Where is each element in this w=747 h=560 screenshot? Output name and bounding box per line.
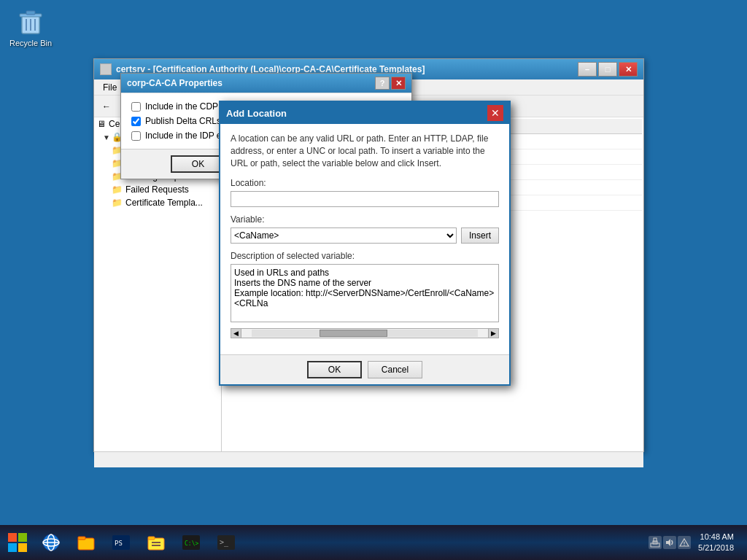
taskbar-terminal[interactable]: >_ (210, 529, 242, 556)
addloc-location-input[interactable] (231, 191, 499, 207)
svg-rect-8 (8, 543, 17, 552)
addloc-cancel-button[interactable]: Cancel (368, 361, 422, 378)
taskbar-cmd[interactable]: C:\> (175, 529, 207, 556)
status-bar (94, 451, 643, 467)
addloc-desc-box: Used in URLs and paths Inserts the DNS n… (231, 264, 499, 322)
taskbar-tray: 10:48 AM 5/21/2018 (643, 532, 744, 554)
svg-rect-20 (152, 542, 160, 543)
addloc-close-button[interactable]: ✕ (487, 105, 503, 121)
svg-point-32 (684, 545, 684, 545)
powershell-icon: PS (111, 532, 131, 553)
checkbox-idp[interactable] (131, 131, 141, 141)
svg-rect-15 (78, 537, 85, 540)
root-icon: 🖥 (97, 119, 106, 129)
addloc-footer: OK Cancel (220, 354, 509, 384)
sidebar-item-templates[interactable]: 📁 Certificate Templa... (94, 196, 221, 209)
properties-titlebar: corp-CA-CA Properties ? ✕ (121, 74, 411, 93)
recycle-bin-label: Recycle Bin (9, 39, 52, 47)
volume-svg (665, 537, 675, 548)
addloc-variable-row: <CaName> <ServerDNSName> <CertEnroll> <C… (231, 228, 499, 244)
tray-icons (649, 536, 691, 549)
expand-icon-corp: ▼ (103, 133, 110, 141)
addloc-variable-label: Variable: (231, 214, 499, 225)
tray-volume-icon[interactable] (663, 536, 676, 549)
properties-close-button[interactable]: ✕ (391, 77, 406, 90)
scroll-track (252, 330, 478, 337)
sidebar-item-failed[interactable]: 📁 Failed Requests (94, 183, 221, 196)
certsrv-window-icon (100, 63, 112, 75)
svg-rect-9 (18, 543, 27, 552)
svg-rect-7 (18, 533, 27, 542)
minimize-button[interactable]: – (578, 62, 597, 77)
addloc-variable-select[interactable]: <CaName> <ServerDNSName> <CertEnroll> <C… (231, 228, 457, 244)
taskbar-explorer[interactable] (70, 529, 102, 556)
addloc-scrollbar[interactable]: ◀ ▶ (231, 328, 499, 338)
recycle-bin-icon[interactable]: Recycle Bin (7, 6, 54, 48)
addloc-desc-line-3: Example location: http://<ServerDNSName>… (234, 288, 495, 308)
properties-title: corp-CA-CA Properties (127, 78, 375, 88)
menu-file[interactable]: File (97, 81, 123, 94)
scroll-left-btn[interactable]: ◀ (231, 329, 241, 338)
windows-logo (7, 532, 28, 553)
svg-text:C:\>: C:\> (185, 540, 198, 547)
addloc-desc-var-label: Description of selected variable: (231, 251, 499, 261)
network-svg (650, 537, 660, 548)
maximize-button[interactable]: □ (598, 62, 617, 77)
scroll-thumb[interactable] (320, 330, 387, 337)
clock-time: 10:48 AM (698, 532, 734, 542)
svg-rect-2 (26, 11, 35, 15)
clock-date: 5/21/2018 (698, 542, 734, 553)
addloc-location-label: Location: (231, 178, 499, 188)
addloc-insert-button[interactable]: Insert (461, 228, 499, 244)
properties-help-button[interactable]: ? (375, 77, 390, 90)
explorer-icon (76, 532, 96, 553)
svg-text:>_: >_ (220, 538, 229, 547)
failed-icon: 📁 (112, 184, 123, 195)
addloc-desc-line-1: Used in URLs and paths (234, 268, 495, 278)
window-controls: – □ ✕ (578, 62, 638, 77)
clock-area[interactable]: 10:48 AM 5/21/2018 (694, 532, 738, 554)
templates-icon: 📁 (112, 198, 123, 208)
svg-rect-19 (148, 537, 155, 540)
addloc-titlebar: Add Location ✕ (220, 102, 509, 124)
taskbar-ie[interactable] (35, 529, 67, 556)
cmd-icon: C:\> (181, 532, 201, 553)
taskbar: PS C:\> >_ (0, 525, 747, 560)
checkbox-cdp[interactable] (131, 102, 141, 112)
desktop: Recycle Bin certsrv - [Certification Aut… (0, 0, 747, 525)
tray-alert-icon[interactable] (678, 536, 691, 549)
terminal-icon: >_ (216, 532, 236, 553)
svg-rect-6 (8, 533, 17, 542)
back-button[interactable]: ← (97, 98, 116, 115)
addloc-description: A location can be any valid URL or path.… (231, 133, 499, 169)
scroll-right-btn[interactable]: ▶ (488, 329, 498, 338)
addloc-body: A location can be any valid URL or path.… (220, 124, 509, 354)
sidebar-templates-label: Certificate Templa... (125, 198, 203, 208)
properties-ok-button[interactable]: OK (171, 155, 225, 173)
alert-svg (679, 537, 689, 548)
addloc-title: Add Location (226, 108, 287, 119)
checkbox-delta[interactable] (131, 117, 141, 126)
certsrv-close-button[interactable]: ✕ (619, 62, 638, 77)
ie-icon (41, 532, 61, 553)
taskbar-filemanager[interactable] (140, 529, 172, 556)
addloc-ok-button[interactable]: OK (307, 361, 362, 378)
addloc-desc-line-2: Inserts the DNS name of the server (234, 278, 495, 288)
add-location-dialog: Add Location ✕ A location can be any val… (219, 101, 511, 386)
sidebar-failed-label: Failed Requests (125, 184, 189, 195)
recycle-bin-svg (16, 6, 45, 35)
start-button[interactable] (3, 529, 32, 556)
filemanager-icon (146, 532, 166, 553)
taskbar-apps: PS C:\> >_ (35, 529, 242, 556)
svg-rect-21 (152, 545, 160, 546)
svg-marker-29 (666, 539, 670, 546)
taskbar-powershell[interactable]: PS (105, 529, 137, 556)
svg-text:PS: PS (115, 540, 123, 547)
tray-network-icon[interactable] (649, 536, 662, 549)
